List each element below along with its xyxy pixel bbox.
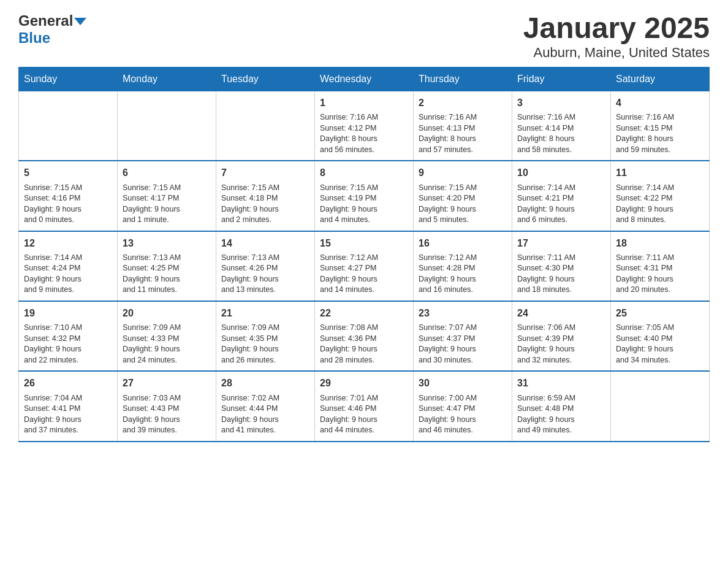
day-info: Sunrise: 7:07 AM Sunset: 4:37 PM Dayligh… [419,323,507,366]
day-info: Sunrise: 6:59 AM Sunset: 4:48 PM Dayligh… [517,393,605,436]
calendar-cell: 24Sunrise: 7:06 AM Sunset: 4:39 PM Dayli… [512,301,611,371]
logo-triangle-icon [74,15,86,28]
day-info: Sunrise: 7:12 AM Sunset: 4:27 PM Dayligh… [320,253,408,296]
calendar-cell: 1Sunrise: 7:16 AM Sunset: 4:12 PM Daylig… [315,91,414,161]
day-number: 9 [419,166,507,180]
day-header-saturday: Saturday [611,67,710,91]
day-info: Sunrise: 7:15 AM Sunset: 4:19 PM Dayligh… [320,183,408,226]
day-info: Sunrise: 7:15 AM Sunset: 4:18 PM Dayligh… [221,183,309,226]
day-number: 13 [123,237,211,250]
calendar-cell: 25Sunrise: 7:05 AM Sunset: 4:40 PM Dayli… [611,301,710,371]
day-info: Sunrise: 7:14 AM Sunset: 4:22 PM Dayligh… [616,183,704,226]
calendar-subtitle: Auburn, Maine, United States [523,45,710,61]
day-number: 24 [517,307,605,320]
calendar-cell: 17Sunrise: 7:11 AM Sunset: 4:30 PM Dayli… [512,231,611,301]
day-number: 28 [221,377,309,390]
calendar-week-1: 1Sunrise: 7:16 AM Sunset: 4:12 PM Daylig… [19,91,710,161]
calendar-cell: 31Sunrise: 6:59 AM Sunset: 4:48 PM Dayli… [512,371,611,441]
day-header-sunday: Sunday [19,67,118,91]
day-info: Sunrise: 7:14 AM Sunset: 4:24 PM Dayligh… [24,253,112,296]
calendar-cell: 28Sunrise: 7:02 AM Sunset: 4:44 PM Dayli… [216,371,315,441]
day-number: 1 [320,96,408,110]
day-number: 3 [517,96,605,110]
day-header-friday: Friday [512,67,611,91]
day-number: 2 [419,96,507,110]
calendar-cell: 29Sunrise: 7:01 AM Sunset: 4:46 PM Dayli… [315,371,414,441]
title-block: January 2025 Auburn, Maine, United State… [523,12,710,61]
svg-marker-0 [74,18,86,25]
calendar-cell: 27Sunrise: 7:03 AM Sunset: 4:43 PM Dayli… [118,371,216,441]
day-header-thursday: Thursday [414,67,512,91]
day-number: 21 [221,307,309,320]
day-info: Sunrise: 7:08 AM Sunset: 4:36 PM Dayligh… [320,323,408,366]
calendar-cell: 7Sunrise: 7:15 AM Sunset: 4:18 PM Daylig… [216,161,315,231]
calendar-cell: 30Sunrise: 7:00 AM Sunset: 4:47 PM Dayli… [414,371,512,441]
day-number: 18 [616,237,704,250]
day-info: Sunrise: 7:00 AM Sunset: 4:47 PM Dayligh… [419,393,507,436]
calendar-week-2: 5Sunrise: 7:15 AM Sunset: 4:16 PM Daylig… [19,161,710,231]
day-number: 29 [320,377,408,390]
logo-blue-text: Blue [18,29,50,46]
calendar-header-row: SundayMondayTuesdayWednesdayThursdayFrid… [19,67,710,91]
day-info: Sunrise: 7:12 AM Sunset: 4:28 PM Dayligh… [419,253,507,296]
calendar-cell: 22Sunrise: 7:08 AM Sunset: 4:36 PM Dayli… [315,301,414,371]
calendar-cell: 8Sunrise: 7:15 AM Sunset: 4:19 PM Daylig… [315,161,414,231]
day-info: Sunrise: 7:14 AM Sunset: 4:21 PM Dayligh… [517,183,605,226]
calendar-cell: 14Sunrise: 7:13 AM Sunset: 4:26 PM Dayli… [216,231,315,301]
day-info: Sunrise: 7:03 AM Sunset: 4:43 PM Dayligh… [123,393,211,436]
day-info: Sunrise: 7:15 AM Sunset: 4:20 PM Dayligh… [419,183,507,226]
day-number: 7 [221,166,309,180]
day-info: Sunrise: 7:02 AM Sunset: 4:44 PM Dayligh… [221,393,309,436]
day-number: 4 [616,96,704,110]
day-number: 26 [24,377,112,390]
calendar-cell [611,371,710,441]
calendar-cell: 20Sunrise: 7:09 AM Sunset: 4:33 PM Dayli… [118,301,216,371]
page-header: General Blue January 2025 Auburn, Maine,… [18,12,710,61]
calendar-cell: 23Sunrise: 7:07 AM Sunset: 4:37 PM Dayli… [414,301,512,371]
day-info: Sunrise: 7:16 AM Sunset: 4:15 PM Dayligh… [616,112,704,155]
day-info: Sunrise: 7:09 AM Sunset: 4:35 PM Dayligh… [221,323,309,366]
day-info: Sunrise: 7:15 AM Sunset: 4:16 PM Dayligh… [24,183,112,226]
calendar-week-3: 12Sunrise: 7:14 AM Sunset: 4:24 PM Dayli… [19,231,710,301]
day-info: Sunrise: 7:11 AM Sunset: 4:31 PM Dayligh… [616,253,704,296]
day-info: Sunrise: 7:13 AM Sunset: 4:26 PM Dayligh… [221,253,309,296]
day-number: 5 [24,166,112,180]
day-info: Sunrise: 7:16 AM Sunset: 4:13 PM Dayligh… [419,112,507,155]
calendar-cell [216,91,315,161]
logo-general-text: General [18,12,73,29]
day-info: Sunrise: 7:09 AM Sunset: 4:33 PM Dayligh… [123,323,211,366]
day-number: 12 [24,237,112,250]
calendar-cell: 11Sunrise: 7:14 AM Sunset: 4:22 PM Dayli… [611,161,710,231]
day-number: 16 [419,237,507,250]
day-number: 23 [419,307,507,320]
day-number: 11 [616,166,704,180]
calendar-cell [118,91,216,161]
day-info: Sunrise: 7:05 AM Sunset: 4:40 PM Dayligh… [616,323,704,366]
calendar-title: January 2025 [523,12,710,45]
day-info: Sunrise: 7:10 AM Sunset: 4:32 PM Dayligh… [24,323,112,366]
day-number: 31 [517,377,605,390]
calendar-cell: 13Sunrise: 7:13 AM Sunset: 4:25 PM Dayli… [118,231,216,301]
calendar-cell: 2Sunrise: 7:16 AM Sunset: 4:13 PM Daylig… [414,91,512,161]
calendar-cell: 26Sunrise: 7:04 AM Sunset: 4:41 PM Dayli… [19,371,118,441]
day-info: Sunrise: 7:04 AM Sunset: 4:41 PM Dayligh… [24,393,112,436]
calendar-cell: 12Sunrise: 7:14 AM Sunset: 4:24 PM Dayli… [19,231,118,301]
calendar-cell: 21Sunrise: 7:09 AM Sunset: 4:35 PM Dayli… [216,301,315,371]
day-number: 20 [123,307,211,320]
day-number: 6 [123,166,211,180]
day-info: Sunrise: 7:16 AM Sunset: 4:14 PM Dayligh… [517,112,605,155]
day-number: 22 [320,307,408,320]
calendar-cell: 10Sunrise: 7:14 AM Sunset: 4:21 PM Dayli… [512,161,611,231]
calendar-cell: 15Sunrise: 7:12 AM Sunset: 4:27 PM Dayli… [315,231,414,301]
calendar-table: SundayMondayTuesdayWednesdayThursdayFrid… [18,67,710,442]
day-info: Sunrise: 7:13 AM Sunset: 4:25 PM Dayligh… [123,253,211,296]
day-number: 27 [123,377,211,390]
calendar-cell: 6Sunrise: 7:15 AM Sunset: 4:17 PM Daylig… [118,161,216,231]
day-header-tuesday: Tuesday [216,67,315,91]
calendar-cell: 4Sunrise: 7:16 AM Sunset: 4:15 PM Daylig… [611,91,710,161]
day-info: Sunrise: 7:15 AM Sunset: 4:17 PM Dayligh… [123,183,211,226]
calendar-cell: 19Sunrise: 7:10 AM Sunset: 4:32 PM Dayli… [19,301,118,371]
calendar-cell: 9Sunrise: 7:15 AM Sunset: 4:20 PM Daylig… [414,161,512,231]
day-info: Sunrise: 7:01 AM Sunset: 4:46 PM Dayligh… [320,393,408,436]
logo: General Blue [18,12,86,47]
